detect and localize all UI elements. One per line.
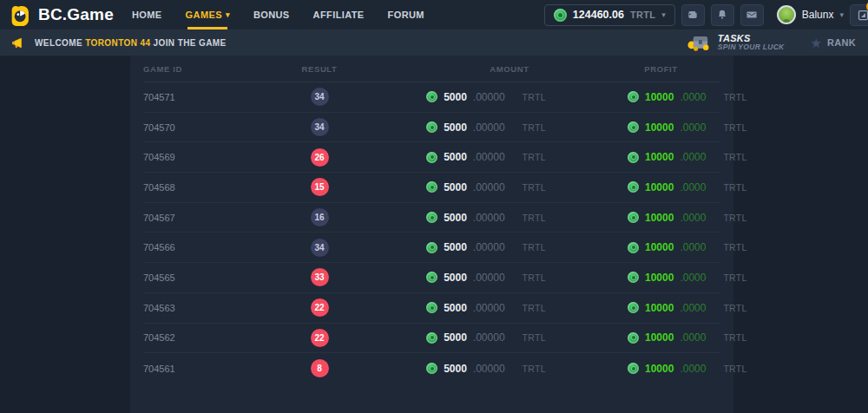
chat-flag-icon (857, 9, 868, 22)
result-cell: 34 (256, 239, 383, 257)
messages-button[interactable] (740, 4, 764, 26)
result-cell: 8 (256, 359, 383, 377)
nav-item-home[interactable]: HOME (132, 0, 162, 30)
table-row: 70456185000.00000TRTL10000.0000TRTL (143, 353, 720, 384)
rank-button[interactable]: ★ RANK (811, 36, 856, 49)
result-cell: 34 (256, 118, 383, 136)
game-id: 704563 (143, 303, 256, 313)
wallet-button[interactable] (681, 4, 705, 26)
trtl-coin-icon (628, 91, 639, 102)
amount-integer: 5000 (444, 363, 467, 375)
bets-table-body: 704571345000.00000TRTL10000.0000TRTL7045… (143, 82, 720, 384)
profit-integer: 10000 (645, 121, 674, 134)
amount-cell: 5000.00000TRTL (383, 241, 589, 253)
tasks-texts: TASKS SPIN YOUR LUCK (718, 33, 785, 52)
trtl-coin-icon (628, 181, 639, 193)
trtl-coin-icon (628, 121, 639, 133)
profit-currency: TRTL (723, 152, 746, 162)
result-badge: 26 (311, 148, 329, 167)
amount-integer: 5000 (444, 181, 467, 193)
chevron-down-icon: ▾ (661, 11, 666, 19)
amount-integer: 5000 (444, 302, 467, 314)
game-id: 704569 (143, 152, 256, 162)
game-id: 704562 (143, 332, 256, 343)
notifications-button[interactable] (711, 4, 734, 26)
announcement-bar: WELCOME TORONTON 44 JOIN THE GAME TASKS … (0, 30, 868, 56)
game-id: 704570 (143, 122, 256, 133)
megaphone-icon (10, 36, 25, 50)
chat-toggle-button[interactable]: 10 (850, 4, 868, 26)
table-row: 704567165000.00000TRTL10000.0000TRTL (143, 203, 720, 233)
result-cell: 22 (256, 298, 383, 317)
result-cell: 33 (256, 268, 383, 286)
user-menu[interactable]: Balunx ▾ (777, 5, 844, 24)
announcement-message[interactable]: WELCOME TORONTON 44 JOIN THE GAME (35, 38, 227, 48)
brand[interactable]: BC.Game (9, 4, 132, 26)
result-badge: 34 (311, 88, 329, 106)
trtl-coin-icon (426, 272, 437, 283)
brand-name: BC.Game (38, 5, 114, 24)
table-row: 704571345000.00000TRTL10000.0000TRTL (143, 82, 720, 113)
table-row: 704565335000.00000TRTL10000.0000TRTL (143, 263, 720, 293)
announcement-right: TASKS SPIN YOUR LUCK ★ RANK (687, 33, 858, 52)
game-id: 704568 (143, 182, 256, 193)
chevron-down-icon: ▾ (226, 11, 230, 19)
profit-integer: 10000 (645, 181, 674, 193)
amount-cell: 5000.00000TRTL (383, 121, 589, 134)
amount-currency: TRTL (523, 272, 546, 283)
trtl-coin-icon (628, 212, 639, 223)
profit-cell: 10000.0000TRTL (593, 241, 747, 253)
profit-currency: TRTL (723, 364, 746, 374)
trtl-coin-icon (426, 152, 437, 163)
trtl-coin-icon (426, 91, 437, 102)
amount-currency: TRTL (523, 92, 546, 102)
amount-decimals: .00000 (473, 241, 505, 253)
amount-cell: 5000.00000TRTL (383, 363, 589, 375)
result-cell: 34 (256, 88, 383, 106)
profit-decimals: .0000 (680, 331, 706, 344)
nav-item-affiliate[interactable]: AFFILIATE (313, 0, 365, 30)
trtl-coin-icon (628, 332, 639, 344)
profit-decimals: .0000 (680, 302, 706, 314)
result-cell: 15 (256, 178, 383, 196)
profit-integer: 10000 (645, 331, 674, 344)
bet-history-panel: GAME ID RESULT AMOUNT PROFIT 70457134500… (130, 56, 733, 413)
bcgame-logo-icon (9, 4, 30, 26)
profit-integer: 10000 (645, 241, 674, 253)
tasks-button[interactable]: TASKS SPIN YOUR LUCK (687, 33, 785, 52)
main-nav: HOMEGAMES▾BONUSAFFILIATEFORUM (132, 0, 424, 30)
amount-integer: 5000 (444, 151, 467, 163)
trtl-coin-icon (628, 302, 639, 313)
game-id: 704567 (143, 213, 256, 223)
result-badge: 22 (311, 298, 329, 317)
table-row: 704568155000.00000TRTL10000.0000TRTL (143, 173, 720, 203)
trtl-coin-icon (628, 363, 639, 374)
nav-item-games[interactable]: GAMES▾ (186, 0, 230, 30)
profit-cell: 10000.0000TRTL (593, 331, 747, 344)
profit-cell: 10000.0000TRTL (593, 91, 747, 103)
nav-item-forum[interactable]: FORUM (388, 0, 424, 30)
table-row: 704570345000.00000TRTL10000.0000TRTL (143, 113, 720, 143)
result-cell: 26 (256, 148, 383, 167)
mail-icon (746, 9, 758, 21)
profit-cell: 10000.0000TRTL (593, 272, 747, 284)
amount-decimals: .00000 (473, 121, 505, 134)
trtl-coin-icon (628, 152, 639, 163)
rank-label: RANK (827, 37, 856, 48)
balance-selector[interactable]: 124460.06 TRTL ▾ (544, 4, 675, 26)
nav-item-bonus[interactable]: BONUS (253, 0, 290, 30)
profit-cell: 10000.0000TRTL (593, 363, 747, 375)
amount-integer: 5000 (444, 212, 467, 224)
amount-integer: 5000 (444, 121, 467, 134)
profit-integer: 10000 (645, 302, 674, 314)
profit-cell: 10000.0000TRTL (593, 302, 747, 314)
result-badge: 33 (311, 268, 329, 286)
profit-cell: 10000.0000TRTL (593, 212, 747, 224)
game-id: 704571 (143, 92, 256, 102)
balance-amount: 124460.06 (573, 9, 624, 21)
result-badge: 34 (311, 118, 329, 136)
profit-currency: TRTL (723, 122, 746, 133)
amount-decimals: .00000 (473, 212, 505, 224)
amount-currency: TRTL (523, 364, 546, 374)
column-header-result: RESULT (256, 64, 383, 74)
